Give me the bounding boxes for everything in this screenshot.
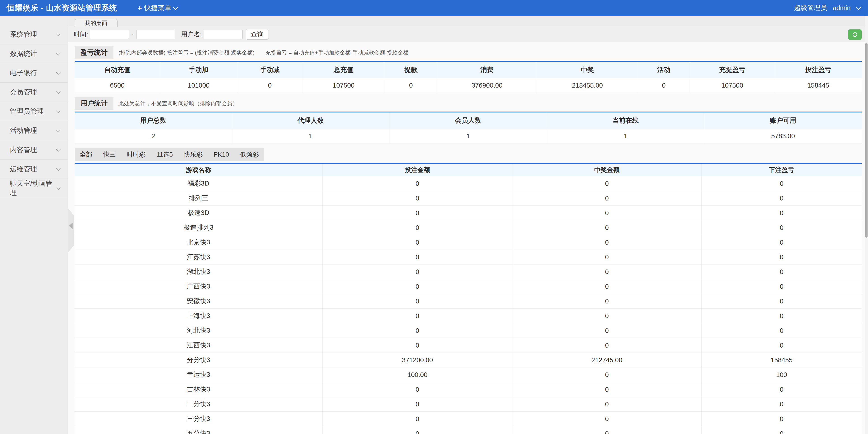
win-amount-cell: 0 [513,206,702,221]
profit-cell: 0 [702,338,862,353]
tab-strip: 我的桌面 [68,16,868,27]
user-name: admin [833,4,850,12]
sidebar-item[interactable]: 电子银行 [0,63,68,83]
game-tab[interactable]: PK10 [213,150,230,159]
profit-cell: 0 [702,176,862,191]
game-table-row: 河北快3000 [74,323,862,338]
game-header-cell: 投注金额 [322,163,513,176]
game-tab[interactable]: 时时彩 [126,149,146,160]
game-table-row: 江苏快3000 [74,250,862,264]
profit-cell: 100 [702,368,862,382]
profit-section-note: (排除内部会员数据) 投注盈亏 = (投注消费金额-返奖金额) 充提盈亏 = 自… [119,49,408,56]
chevron-down-icon [56,109,61,113]
win-amount-cell: 0 [513,309,702,323]
sidebar-item[interactable]: 运维管理 [0,160,68,179]
profit-header-cell: 自动充值 [74,61,160,78]
bet-amount-cell: 0 [322,206,513,221]
main-area: 我的桌面 时间: - 用户名: 查询 盈亏统计 (排除内部会员数据) 投注盈亏 … [68,16,868,434]
profit-section-head: 盈亏统计 (排除内部会员数据) 投注盈亏 = (投注消费金额-返奖金额) 充提盈… [74,46,862,59]
game-name-cell: 安徽快3 [74,294,322,309]
tab-my-desktop[interactable]: 我的桌面 [74,19,118,27]
game-name-cell: 上海快3 [74,309,322,323]
bet-amount-cell: 0 [322,279,513,294]
profit-value-cell: 0 [237,78,303,93]
filter-bar: 时间: - 用户名: 查询 [68,27,868,42]
win-amount-cell: 0 [513,176,702,191]
sidebar-item-label: 活动管理 [10,126,37,135]
user-value-cell: 5783.00 [704,129,862,143]
game-table-row: 分分快3371200.00212745.00158455 [74,353,862,368]
chevron-down-icon [856,4,861,10]
profit-value-cell: 158445 [775,78,862,93]
user-header-cell: 代理人数 [232,112,390,129]
game-name-cell: 江西快3 [74,338,322,353]
profit-value-cell: 376900.00 [437,78,537,93]
user-header-cell: 会员人数 [390,112,547,129]
win-amount-cell: 0 [513,221,702,235]
win-amount-cell: 0 [513,279,702,294]
win-amount-cell: 0 [513,412,702,426]
bet-amount-cell: 0 [322,250,513,264]
user-header-row: 用户总数代理人数会员人数当前在线账户可用 [74,112,862,129]
bet-amount-cell: 0 [322,426,513,434]
sidebar-item-label: 电子银行 [10,68,37,78]
sidebar-item[interactable]: 活动管理 [0,121,68,140]
sidebar-collapse-handle[interactable] [68,208,74,253]
sidebar-item-label: 系统管理 [10,30,37,39]
username-label: 用户名: [181,30,202,39]
game-name-cell: 江苏快3 [74,250,322,264]
bet-amount-cell: 0 [322,294,513,309]
win-amount-cell: 0 [513,191,702,206]
bet-amount-cell: 0 [322,412,513,426]
scrollbar-thumb[interactable] [865,43,868,238]
game-name-cell: 北京快3 [74,235,322,250]
user-header-cell: 当前在线 [547,112,704,129]
profit-cell: 0 [702,221,862,235]
time-to-input[interactable] [136,30,175,39]
game-tab[interactable]: 快三 [103,149,116,160]
game-name-cell: 幸运快3 [74,368,322,382]
user-value-cell: 1 [232,129,390,143]
time-from-input[interactable] [90,30,129,39]
sidebar-item[interactable]: 系统管理 [0,25,68,44]
game-tab[interactable]: 11选5 [156,149,174,160]
profit-header-row: 自动充值手动加手动减总充值提款消费中奖活动充提盈亏投注盈亏 [74,61,862,78]
profit-value-cell: 218455.00 [537,78,638,93]
profit-cell: 0 [702,235,862,250]
user-value-cell: 1 [390,129,547,143]
sidebar-item[interactable]: 数据统计 [0,44,68,63]
game-tab[interactable]: 全部 [79,149,93,160]
game-header-cell: 游戏名称 [74,163,322,176]
bet-amount-cell: 100.00 [322,368,513,382]
game-table-row: 吉林快3000 [74,382,862,397]
profit-cell: 0 [702,264,862,279]
profit-value-cell: 107500 [690,78,775,93]
username-input[interactable] [204,30,243,39]
user-menu[interactable]: 超级管理员 admin [794,3,860,12]
chevron-down-icon [56,147,61,152]
profit-cell: 0 [702,279,862,294]
game-table-row: 极速排列3000 [74,221,862,235]
collapse-left-icon [69,223,72,229]
game-table-row: 福彩3D000 [74,176,862,191]
game-table-row: 江西快3000 [74,338,862,353]
profit-header-cell: 活动 [638,61,690,78]
user-section-note: 此处为总计，不受查询时间影响（排除内部会员） [119,100,238,107]
sidebar-item[interactable]: 管理员管理 [0,102,68,121]
sidebar-item[interactable]: 聊天室/动画管理 [0,179,68,198]
refresh-button[interactable] [848,29,862,40]
plus-icon: + [137,4,142,12]
sidebar-item[interactable]: 内容管理 [0,140,68,160]
profit-value-cell: 101000 [160,78,237,93]
quick-menu-button[interactable]: + 快捷菜单 [137,3,178,13]
game-name-cell: 湖北快3 [74,264,322,279]
search-button[interactable]: 查询 [246,29,269,39]
sidebar-item[interactable]: 会员管理 [0,83,68,102]
game-tab[interactable]: 快乐彩 [183,149,203,160]
user-header-cell: 账户可用 [704,112,862,129]
game-tab[interactable]: 低频彩 [239,149,259,160]
range-separator: - [131,31,133,38]
quick-menu-label: 快捷菜单 [144,3,171,13]
bet-amount-cell: 371200.00 [322,353,513,368]
game-table-row: 湖北快3000 [74,264,862,279]
